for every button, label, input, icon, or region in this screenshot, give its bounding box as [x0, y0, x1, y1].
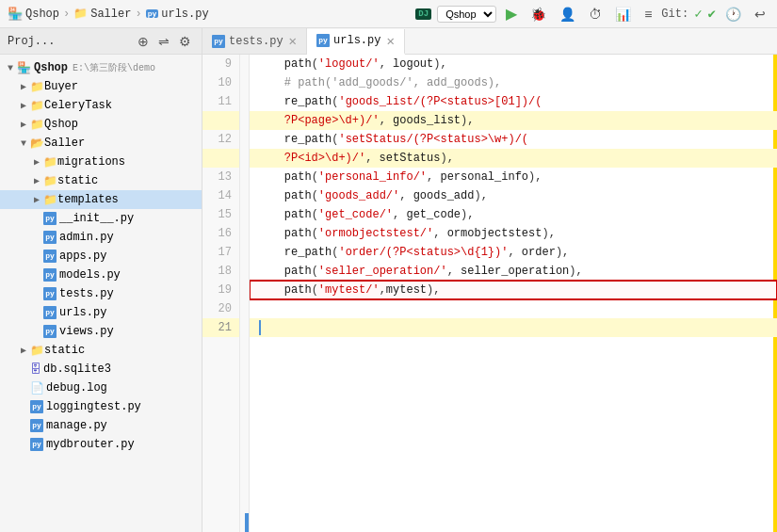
- tree-item-init[interactable]: ▶ py __init__.py: [0, 209, 202, 228]
- saller-label: Saller: [44, 137, 85, 150]
- breadcrumb-qshop: 🏪 Qshop: [8, 7, 59, 22]
- tree-item-qshop-dir[interactable]: ▶ 📁 Qshop: [0, 115, 202, 134]
- tab-urls-label: urls.py: [333, 34, 380, 47]
- arrow-migrations: ▶: [30, 156, 43, 168]
- py-icon-mydbrouter: py: [30, 438, 43, 451]
- linenum-18: 18: [202, 262, 239, 281]
- qshop-root-icon: 🏪: [17, 61, 31, 75]
- db-label: db.sqlite3: [43, 363, 111, 376]
- tree-item-db[interactable]: ▶ 🗄 db.sqlite3: [0, 360, 202, 379]
- task-button[interactable]: ≡: [640, 5, 656, 24]
- linenum-12b: [202, 149, 239, 168]
- breadcrumb-urls: py urls.py: [146, 8, 209, 21]
- git-revert-button[interactable]: ↩: [751, 5, 769, 24]
- folder-icon-qshop-dir: 📁: [30, 118, 44, 132]
- linenum-19: 19: [202, 281, 239, 299]
- tree-item-migrations[interactable]: ▶ 📁 migrations: [0, 153, 202, 171]
- tree-item-urls[interactable]: ▶ py urls.py: [0, 303, 202, 322]
- code-line-16: path('ormobjectstest/', ormobjectstest),: [250, 224, 777, 243]
- linenum-15: 15: [202, 205, 239, 224]
- add-file-button[interactable]: ⊕: [135, 33, 152, 50]
- tree-item-static-root[interactable]: ▶ 📁 static: [0, 341, 202, 360]
- sidebar-title: Proj...: [8, 35, 55, 48]
- code-line-12b: ?P<id>\d+)/', setStatus),: [250, 149, 777, 168]
- breadcrumb: 🏪 Qshop › 📁 Saller › py urls.py: [8, 7, 412, 22]
- arrow-models: ▶: [30, 269, 43, 281]
- py-icon-init: py: [43, 212, 57, 225]
- run-button[interactable]: ▶: [502, 3, 521, 24]
- linenum-12: 12: [202, 130, 239, 149]
- toolbar-right: DJ Qshop ▶ 🐞 👤 ⏱ 📊 ≡ Git: ✓ ✔ 🕐 ↩: [415, 3, 769, 24]
- tree-item-tests[interactable]: ▶ py tests.py: [0, 284, 202, 303]
- py-icon-admin: py: [43, 231, 57, 244]
- debug-button[interactable]: 🐞: [526, 5, 550, 24]
- arrow-qshop: ▼: [4, 63, 17, 73]
- sidebar-tree: ▼ 🏪 Qshop E:\第三阶段\demo ▶ 📁 Buyer ▶ 📁 Cel…: [0, 55, 202, 532]
- folder-icon-buyer: 📁: [30, 80, 44, 94]
- tab-tests[interactable]: py tests.py ✕: [202, 28, 307, 54]
- tree-item-admin[interactable]: ▶ py admin.py: [0, 228, 202, 247]
- tree-item-manage[interactable]: ▶ py manage.py: [0, 416, 202, 435]
- code-editor[interactable]: path('logout/', logout), # path('add_goo…: [250, 55, 777, 532]
- tree-item-buyer[interactable]: ▶ 📁 Buyer: [0, 77, 202, 96]
- tree-item-models[interactable]: ▶ py models.py: [0, 266, 202, 284]
- migrations-label: migrations: [57, 155, 125, 169]
- linenum-20: 20: [202, 299, 239, 318]
- code-line-9: path('logout/', logout),: [250, 55, 777, 73]
- tab-urls[interactable]: py urls.py ✕: [307, 29, 405, 55]
- code-gutter: [240, 55, 250, 532]
- tab-tests-label: tests.py: [229, 35, 283, 48]
- top-bar: 🏪 Qshop › 📁 Saller › py urls.py DJ Qshop…: [0, 0, 777, 28]
- arrow-static-root: ▶: [17, 345, 30, 356]
- loggingtest-label: loggingtest.py: [46, 400, 141, 413]
- folder-icon-templates: 📁: [43, 193, 57, 207]
- settings-button[interactable]: ⚙: [176, 33, 194, 50]
- tab-tests-close[interactable]: ✕: [289, 33, 297, 49]
- git-history-button[interactable]: 🕐: [721, 5, 745, 24]
- tree-item-debug[interactable]: ▶ 📄 debug.log: [0, 379, 202, 397]
- mydbrouter-label: mydbrouter.py: [46, 438, 135, 451]
- add-folder-button[interactable]: ⇌: [155, 33, 172, 50]
- tree-item-templates[interactable]: ▶ 📁 templates: [0, 190, 202, 209]
- code-container: 9 10 11 12 13 14 15 16 17 18 19 20 21: [202, 55, 777, 532]
- tree-item-celerytask[interactable]: ▶ 📁 CeleryTask: [0, 96, 202, 115]
- tab-bar: py tests.py ✕ py urls.py ✕: [202, 28, 777, 55]
- code-line-11: re_path('goods_list/(?P<status>[01])/(: [250, 92, 777, 111]
- folder-icon-saller: 📁: [73, 7, 88, 21]
- arrow-mydbrouter: ▶: [17, 439, 30, 450]
- profile-button[interactable]: 👤: [556, 5, 579, 24]
- tree-item-loggingtest[interactable]: ▶ py loggingtest.py: [0, 397, 202, 416]
- models-label: models.py: [59, 268, 121, 282]
- tab-urls-py-icon: py: [316, 34, 330, 47]
- py-icon-loggingtest: py: [30, 400, 43, 413]
- tab-tests-py-icon: py: [212, 35, 225, 48]
- manage-label: manage.py: [46, 419, 107, 432]
- urls-label: urls.py: [59, 306, 106, 319]
- tree-item-views[interactable]: ▶ py views.py: [0, 322, 202, 341]
- code-line-14: path('goods_add/', goods_add),: [250, 186, 777, 205]
- arrow-views: ▶: [30, 326, 43, 337]
- tree-item-static-saller[interactable]: ▶ 📁 static: [0, 171, 202, 190]
- project-selector[interactable]: Qshop: [437, 6, 496, 23]
- tree-item-qshop[interactable]: ▼ 🏪 Qshop E:\第三阶段\demo: [0, 58, 202, 77]
- folder-icon-celerytask: 📁: [30, 99, 44, 113]
- py-icon-models: py: [43, 268, 57, 282]
- git-label: Git:: [661, 8, 688, 21]
- timer-button[interactable]: ⏱: [585, 5, 606, 24]
- arrow-templates: ▶: [30, 194, 43, 205]
- buyer-label: Buyer: [44, 80, 78, 93]
- coverage-button[interactable]: 📊: [611, 5, 635, 24]
- code-line-19: path('mytest/',mytest),: [250, 281, 777, 299]
- db-icon: 🗄: [30, 363, 41, 377]
- tree-item-saller[interactable]: ▼ 📂 Saller: [0, 134, 202, 153]
- log-icon: 📄: [30, 381, 44, 395]
- linenum-14: 14: [202, 186, 239, 205]
- arrow-debug: ▶: [17, 382, 30, 394]
- tab-urls-close[interactable]: ✕: [386, 33, 394, 49]
- tree-item-mydbrouter[interactable]: ▶ py mydbrouter.py: [0, 435, 202, 454]
- linenum-10: 10: [202, 73, 239, 92]
- qshop-dir-label: Qshop: [44, 118, 78, 131]
- linenum-21: 21: [202, 318, 239, 337]
- gutter-cursor-mark: [245, 513, 249, 532]
- tree-item-apps[interactable]: ▶ py apps.py: [0, 247, 202, 266]
